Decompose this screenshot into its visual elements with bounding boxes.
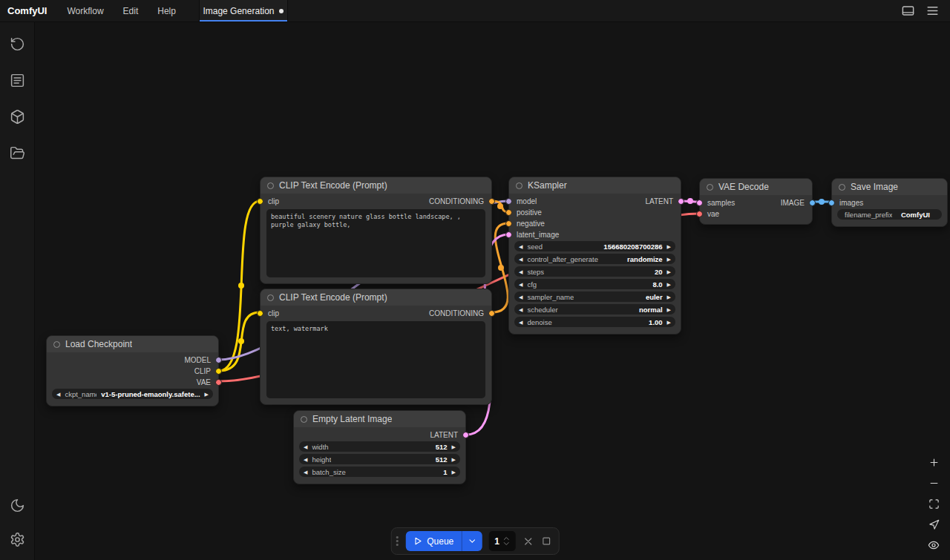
node-clip-text-encode-negative[interactable]: CLIP Text Encode (Prompt) clip CONDITION… bbox=[260, 289, 492, 405]
prompt-textarea[interactable]: text, watermark bbox=[266, 321, 485, 398]
decrement-arrow-icon[interactable]: ◀ bbox=[304, 470, 307, 475]
node-ksampler[interactable]: KSampler model LATENT positive negative … bbox=[508, 177, 681, 335]
node-header[interactable]: CLIP Text Encode (Prompt) bbox=[261, 289, 491, 306]
zoom-out-icon[interactable] bbox=[924, 475, 943, 491]
widget-denoise[interactable]: ◀ denoise 1.00 ▶ bbox=[514, 317, 675, 327]
spinner-down-icon[interactable] bbox=[503, 541, 510, 546]
increment-arrow-icon[interactable]: ▶ bbox=[452, 470, 456, 475]
menu-workflow[interactable]: Workflow bbox=[57, 0, 113, 22]
model-input-port[interactable] bbox=[505, 198, 512, 205]
toggle-visibility-eye-icon[interactable] bbox=[924, 537, 943, 553]
collapse-toggle-icon[interactable] bbox=[707, 184, 713, 191]
clear-queue-icon[interactable] bbox=[522, 536, 534, 547]
decrement-arrow-icon[interactable]: ◀ bbox=[519, 294, 522, 300]
collapse-toggle-icon[interactable] bbox=[53, 341, 60, 348]
image-output-port[interactable] bbox=[809, 200, 816, 206]
node-save-image[interactable]: Save Image images filename_prefix ComfyU… bbox=[831, 178, 948, 227]
decrement-arrow-icon[interactable]: ◀ bbox=[519, 282, 522, 287]
widget-width[interactable]: ◀ width 512 ▶ bbox=[299, 441, 460, 452]
decrement-arrow-icon[interactable]: ◀ bbox=[519, 257, 522, 262]
widget-steps[interactable]: ◀ steps 20 ▶ bbox=[514, 266, 675, 277]
hamburger-menu-icon[interactable] bbox=[926, 4, 940, 18]
latent-output-port[interactable] bbox=[678, 198, 684, 205]
widget-height[interactable]: ◀ height 512 ▶ bbox=[299, 454, 460, 464]
model-library-icon[interactable] bbox=[5, 105, 29, 128]
tab-image-generation[interactable]: Image Generation bbox=[199, 0, 288, 22]
node-list-icon[interactable] bbox=[5, 68, 29, 92]
increment-arrow-icon[interactable]: ▶ bbox=[667, 244, 671, 249]
batch-count-input[interactable]: 1 bbox=[488, 531, 515, 551]
node-vae-decode[interactable]: VAE Decode samples IMAGE vae bbox=[699, 178, 813, 225]
collapse-toggle-icon[interactable] bbox=[839, 184, 845, 191]
increment-arrow-icon[interactable]: ▶ bbox=[667, 307, 671, 312]
decrement-arrow-icon[interactable]: ◀ bbox=[519, 307, 522, 312]
clip-input-port[interactable] bbox=[257, 310, 263, 317]
node-header[interactable]: Load Checkpoint bbox=[47, 336, 218, 352]
queue-button[interactable]: Queue bbox=[405, 531, 461, 551]
clip-output-port[interactable] bbox=[215, 368, 222, 375]
fit-view-icon[interactable] bbox=[924, 495, 943, 512]
collapse-toggle-icon[interactable] bbox=[267, 182, 274, 189]
latent-image-input-port[interactable] bbox=[505, 231, 512, 238]
menu-help[interactable]: Help bbox=[148, 0, 186, 22]
stop-icon[interactable] bbox=[540, 536, 551, 547]
negative-input-port[interactable] bbox=[505, 220, 512, 227]
widget-ckpt-name[interactable]: ◀ ckpt_name v1-5-pruned-emaonly.safete..… bbox=[52, 389, 213, 399]
widget-cfg[interactable]: ◀ cfg 8.0 ▶ bbox=[514, 279, 675, 289]
collapse-toggle-icon[interactable] bbox=[301, 416, 307, 423]
positive-input-port[interactable] bbox=[505, 209, 512, 216]
increment-arrow-icon[interactable]: ▶ bbox=[205, 392, 209, 397]
drag-handle-icon[interactable] bbox=[396, 536, 399, 546]
decrement-arrow-icon[interactable]: ◀ bbox=[304, 444, 307, 449]
widget-seed[interactable]: ◀ seed 156680208700286 ▶ bbox=[514, 241, 675, 251]
workflows-folder-icon[interactable] bbox=[5, 141, 29, 165]
widget-batch-size[interactable]: ◀ batch_size 1 ▶ bbox=[299, 467, 460, 477]
node-empty-latent-image[interactable]: Empty Latent Image LATENT ◀ width 512 ▶ … bbox=[293, 410, 466, 484]
model-output-port[interactable] bbox=[215, 357, 222, 363]
node-header[interactable]: Empty Latent Image bbox=[294, 411, 465, 427]
node-clip-text-encode-positive[interactable]: CLIP Text Encode (Prompt) clip CONDITION… bbox=[260, 177, 492, 284]
bottom-panel-toggle-icon[interactable] bbox=[901, 4, 915, 18]
samples-input-port[interactable] bbox=[696, 200, 703, 206]
conditioning-output-port[interactable] bbox=[488, 198, 495, 205]
node-load-checkpoint[interactable]: Load Checkpoint MODEL CLIP VAE ◀ ckpt_na… bbox=[46, 335, 219, 406]
collapse-toggle-icon[interactable] bbox=[516, 182, 522, 189]
menu-edit[interactable]: Edit bbox=[114, 0, 148, 22]
node-header[interactable]: KSampler bbox=[509, 177, 681, 194]
widget-scheduler[interactable]: ◀ scheduler normal ▶ bbox=[514, 304, 675, 314]
node-header[interactable]: CLIP Text Encode (Prompt) bbox=[261, 177, 491, 194]
prompt-textarea[interactable]: beautiful scenery nature glass bottle la… bbox=[266, 209, 485, 277]
increment-arrow-icon[interactable]: ▶ bbox=[452, 444, 456, 449]
images-input-port[interactable] bbox=[828, 200, 835, 206]
spinner-up-icon[interactable] bbox=[503, 536, 510, 541]
clip-input-port[interactable] bbox=[257, 198, 263, 205]
zoom-in-icon[interactable] bbox=[924, 454, 943, 470]
increment-arrow-icon[interactable]: ▶ bbox=[667, 294, 671, 300]
select-mode-icon[interactable] bbox=[924, 516, 943, 533]
increment-arrow-icon[interactable]: ▶ bbox=[667, 257, 671, 262]
decrement-arrow-icon[interactable]: ◀ bbox=[56, 392, 60, 397]
increment-arrow-icon[interactable]: ▶ bbox=[667, 320, 671, 325]
widget-sampler-name[interactable]: ◀ sampler_name euler ▶ bbox=[514, 291, 675, 302]
collapse-toggle-icon[interactable] bbox=[267, 294, 274, 301]
theme-moon-icon[interactable] bbox=[5, 493, 29, 517]
increment-arrow-icon[interactable]: ▶ bbox=[667, 282, 671, 287]
conditioning-output-port[interactable] bbox=[488, 310, 495, 317]
queue-options-button[interactable] bbox=[462, 531, 482, 551]
widget-filename-prefix[interactable]: filename_prefix ComfyUI bbox=[837, 209, 942, 220]
slot-row-clip-conditioning: clip CONDITIONING bbox=[261, 308, 491, 319]
increment-arrow-icon[interactable]: ▶ bbox=[452, 457, 456, 462]
decrement-arrow-icon[interactable]: ◀ bbox=[519, 244, 522, 249]
decrement-arrow-icon[interactable]: ◀ bbox=[304, 457, 307, 462]
history-icon[interactable] bbox=[5, 32, 29, 56]
node-header[interactable]: Save Image bbox=[832, 179, 947, 195]
decrement-arrow-icon[interactable]: ◀ bbox=[519, 269, 522, 274]
vae-input-port[interactable] bbox=[696, 211, 703, 217]
latent-output-port[interactable] bbox=[462, 432, 469, 438]
increment-arrow-icon[interactable]: ▶ bbox=[667, 269, 671, 274]
settings-gear-icon[interactable] bbox=[5, 527, 29, 551]
vae-output-port[interactable] bbox=[215, 379, 222, 386]
decrement-arrow-icon[interactable]: ◀ bbox=[519, 320, 522, 325]
node-header[interactable]: VAE Decode bbox=[700, 179, 812, 195]
widget-control-after-generate[interactable]: ◀ control_after_generate randomize ▶ bbox=[514, 254, 675, 264]
